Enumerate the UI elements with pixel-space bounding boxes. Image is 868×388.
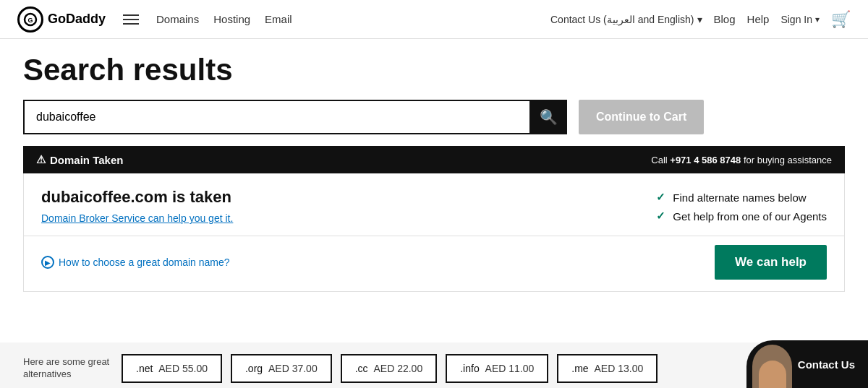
search-button[interactable]: 🔍 (529, 100, 567, 134)
search-input[interactable] (23, 100, 529, 134)
sign-in-button[interactable]: Sign In ▾ (780, 14, 820, 25)
domain-taken-title: dubaicoffee.com is taken (41, 188, 233, 207)
continue-to-cart-button[interactable]: Continue to Cart (579, 100, 704, 134)
alternatives-label: Here are some great alternatives (23, 356, 110, 381)
svg-text:G: G (27, 17, 33, 24)
nav-link-help[interactable]: Help (747, 13, 770, 25)
checkmark-icon: ✓ (656, 191, 665, 204)
godaddy-logo[interactable]: G GoDaddy (17, 7, 106, 33)
how-to-row: ▶ How to choose a great domain name? We … (23, 236, 845, 292)
contact-bubble-label: Contact Us (798, 358, 855, 371)
contact-us-nav-button[interactable]: Contact Us (العربية and English) ▾ (550, 14, 702, 25)
alt-buttons: .net AED 55.00 .org AED 37.00 .cc AED 22… (122, 354, 658, 383)
page-title: Search results (23, 53, 845, 87)
alt-btn-cc[interactable]: .cc AED 22.00 (341, 354, 438, 383)
alt-btn-org[interactable]: .org AED 37.00 (231, 354, 332, 383)
taken-icon: ⚠ (36, 153, 46, 166)
avatar (752, 345, 792, 388)
nav-link-hosting[interactable]: Hosting (213, 13, 250, 25)
contact-bubble[interactable]: Contact Us (746, 340, 868, 388)
domain-taken-label: ⚠ Domain Taken (36, 153, 123, 166)
logo-text: GoDaddy (48, 12, 106, 27)
how-to-link[interactable]: ▶ How to choose a great domain name? (41, 256, 230, 269)
logo-circle: G (17, 7, 43, 33)
search-bar: 🔍 Continue to Cart (23, 100, 845, 134)
checkmark-icon: ✓ (656, 210, 665, 223)
search-icon: 🔍 (540, 108, 558, 126)
domain-taken-banner: ⚠ Domain Taken Call +971 4 586 8748 for … (23, 146, 845, 173)
domain-info-left: dubaicoffee.com is taken Domain Broker S… (41, 188, 233, 224)
checkmark-item-1: ✓ Find alternate names below (656, 191, 827, 204)
alternatives-section: Here are some great alternatives .net AE… (0, 342, 868, 388)
alt-btn-me[interactable]: .me AED 13.00 (557, 354, 658, 383)
chevron-down-icon: ▾ (815, 14, 820, 25)
alt-btn-info[interactable]: .info AED 11.00 (446, 354, 548, 383)
nav-link-blog[interactable]: Blog (714, 13, 736, 25)
chevron-down-icon: ▾ (697, 14, 702, 25)
checkmark-item-2: ✓ Get help from one of our Agents (656, 210, 827, 223)
phone-number: +971 4 586 8748 (670, 155, 741, 165)
domain-info-box: dubaicoffee.com is taken Domain Broker S… (23, 173, 845, 236)
nav-link-email[interactable]: Email (265, 13, 292, 25)
we-can-help-button[interactable]: We can help (715, 245, 827, 280)
cart-icon[interactable]: 🛒 (831, 10, 851, 29)
alt-btn-net[interactable]: .net AED 55.00 (122, 354, 222, 383)
nav-right: Contact Us (العربية and English) ▾ Blog … (550, 10, 851, 29)
hamburger-menu[interactable] (123, 14, 139, 25)
domain-broker-link[interactable]: Domain Broker Service can help you get i… (41, 212, 233, 224)
nav-links: Domains Hosting Email (156, 13, 533, 25)
main-content: Search results 🔍 Continue to Cart ⚠ Doma… (0, 39, 868, 342)
play-icon: ▶ (41, 256, 54, 269)
navbar: G GoDaddy Domains Hosting Email Contact … (0, 0, 868, 39)
nav-link-domains[interactable]: Domains (156, 13, 199, 25)
domain-taken-call: Call +971 4 586 8748 for buying assistan… (651, 155, 832, 165)
domain-info-right: ✓ Find alternate names below ✓ Get help … (656, 191, 827, 223)
